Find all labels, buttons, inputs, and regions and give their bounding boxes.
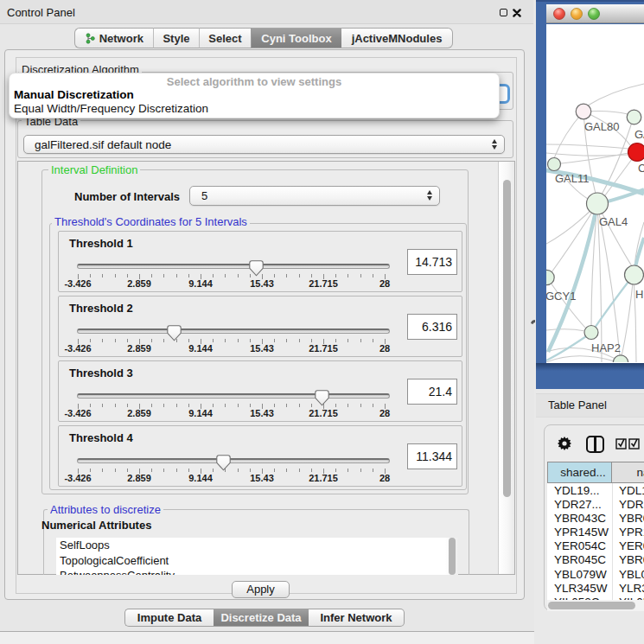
svg-text:GAL4: GAL4 [599,215,628,228]
svg-text:CDC4: CDC4 [638,162,644,175]
svg-text:GCY1: GCY1 [546,290,576,303]
svg-text:GAL80: GAL80 [584,120,619,133]
svg-text:HIS4: HIS4 [635,288,644,301]
svg-text:GAL1: GAL1 [634,128,644,141]
svg-text:GAL11: GAL11 [555,172,590,185]
svg-text:HAP2: HAP2 [591,341,621,354]
